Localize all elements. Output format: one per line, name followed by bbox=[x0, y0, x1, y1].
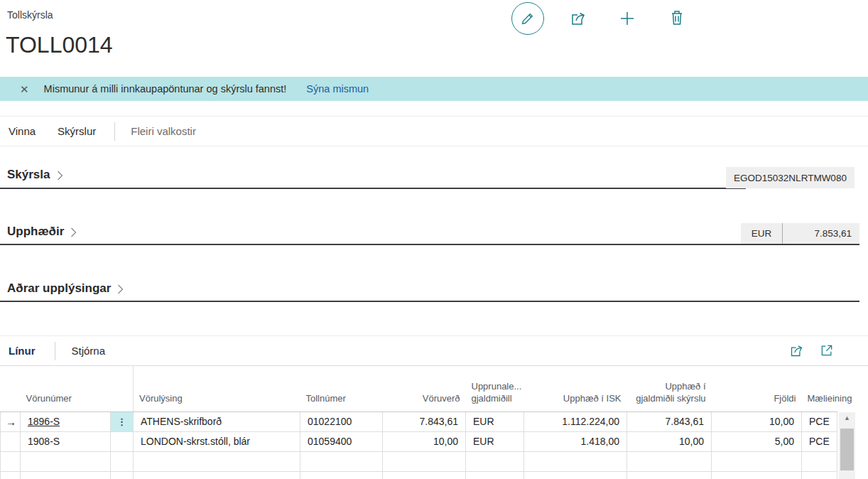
action-menubar: Vinna Skýrslur Fleiri valkostir bbox=[0, 116, 868, 146]
share-icon bbox=[570, 10, 587, 27]
notification-message: Mismunur á milli innkaupapöntunar og ský… bbox=[44, 83, 287, 95]
col-header-vorunumer[interactable]: Vörunúmer bbox=[21, 366, 111, 411]
row-ellipsis-menu-icon[interactable]: ⋮ bbox=[111, 411, 134, 431]
menu-divider bbox=[114, 122, 115, 141]
share-icon[interactable] bbox=[789, 343, 804, 358]
cell-maelieining[interactable]: PCE bbox=[802, 431, 837, 451]
table-row-empty bbox=[1, 471, 837, 479]
cell-upphaed-isk[interactable]: 1.418,00 bbox=[524, 431, 627, 451]
table-scrollbar[interactable]: ▲ bbox=[839, 412, 855, 479]
focus-mode-icon[interactable] bbox=[820, 343, 834, 358]
menu-item-vinna[interactable]: Vinna bbox=[9, 125, 36, 137]
lines-toolbar: Línur Stjórna bbox=[0, 335, 868, 366]
cell-fjoldi[interactable]: 10,00 bbox=[712, 411, 802, 431]
new-button[interactable] bbox=[618, 9, 636, 28]
cell-fjoldi[interactable]: 5,00 bbox=[712, 431, 802, 451]
col-header-tollnumer[interactable]: Tollnúmer bbox=[300, 366, 383, 411]
col-header-voruverd[interactable]: Vöruverð bbox=[383, 366, 466, 411]
edit-button[interactable] bbox=[511, 2, 544, 35]
cell-vorulysing[interactable]: ATHENS-skrifborð bbox=[134, 411, 300, 431]
cell-upphaed-gjaldmidli[interactable]: 10,00 bbox=[627, 431, 712, 451]
share-button[interactable] bbox=[569, 9, 587, 28]
col-header-upphaed-gjaldmidli-skyrslu[interactable]: Upphæð í gjaldmiðli skýrslu bbox=[627, 366, 712, 411]
col-header-maelieining[interactable]: Mælieining bbox=[802, 366, 837, 411]
chevron-right-icon bbox=[57, 171, 63, 181]
table-row: → 1896-S ⋮ ATHENS-skrifborð 01022100 7.8… bbox=[1, 411, 837, 431]
total-amount-field[interactable]: 7.853,61 bbox=[782, 223, 859, 244]
manage-menu[interactable]: Stjórna bbox=[72, 345, 106, 357]
col-header-actions bbox=[111, 366, 134, 411]
currency-code-field[interactable]: EUR bbox=[741, 223, 782, 244]
page-caption: Tollskýrsla bbox=[7, 9, 53, 21]
section-adrar-upplysingar-header[interactable]: Aðrar upplýsingar bbox=[7, 281, 124, 296]
lines-divider bbox=[55, 342, 55, 360]
close-icon[interactable]: ✕ bbox=[20, 84, 29, 95]
cell-vorulysing[interactable]: LONDON-skrst.stóll, blár bbox=[134, 431, 300, 451]
cell-upphaed-isk[interactable]: 1.112.224,00 bbox=[524, 411, 627, 431]
section-skyrsla-divider bbox=[0, 188, 746, 189]
notification-banner: ✕ Mismunur á milli innkaupapöntunar og s… bbox=[0, 77, 868, 101]
col-header-upphaed-isk[interactable]: Upphæð í ISK bbox=[524, 366, 627, 411]
col-header-upprunalegur-gjaldmidill[interactable]: Upprunale... gjaldmiðill bbox=[466, 366, 524, 411]
scrollbar-thumb[interactable] bbox=[840, 429, 854, 470]
lines-title[interactable]: Línur bbox=[9, 345, 36, 357]
cell-voruverd[interactable]: 7.843,61 bbox=[383, 411, 466, 431]
section-upphaedir-header[interactable]: Upphæðir bbox=[7, 225, 77, 239]
cell-gjaldmidill[interactable]: EUR bbox=[466, 431, 524, 451]
lines-table: Vörunúmer Vörulýsing Tollnúmer Vöruverð … bbox=[0, 366, 868, 479]
col-header-vorulysing[interactable]: Vörulýsing bbox=[134, 366, 300, 411]
chevron-right-icon bbox=[70, 227, 77, 237]
row-indicator-header bbox=[1, 366, 21, 411]
table-row: 1908-S LONDON-skrst.stóll, blár 01059400… bbox=[1, 431, 837, 451]
show-difference-link[interactable]: Sýna mismun bbox=[306, 83, 369, 95]
col-header-fjoldi[interactable]: Fjöldi bbox=[712, 366, 802, 411]
more-options-menu[interactable]: Fleiri valkostir bbox=[131, 125, 196, 137]
trash-icon bbox=[669, 9, 685, 26]
section-adrar-upplysingar-title: Aðrar upplýsingar bbox=[7, 281, 111, 296]
menu-item-skyrslur[interactable]: Skýrslur bbox=[58, 125, 96, 137]
scroll-up-icon[interactable]: ▲ bbox=[839, 414, 855, 421]
cell-gjaldmidill[interactable]: EUR bbox=[466, 411, 524, 431]
delete-button[interactable] bbox=[668, 9, 686, 27]
active-row-marker-icon: → bbox=[1, 411, 21, 431]
chevron-right-icon bbox=[117, 284, 124, 294]
plus-icon bbox=[619, 10, 636, 27]
tollskyrsla-page: Tollskýrsla TOLL0014 bbox=[0, 0, 868, 479]
skyrsla-number-field[interactable]: EGOD15032NLRTMW080 bbox=[726, 167, 855, 188]
section-adrar-upplysingar-divider bbox=[0, 301, 859, 302]
cell-vorunumer[interactable]: 1896-S bbox=[28, 416, 60, 427]
cell-maelieining[interactable]: PCE bbox=[802, 411, 837, 431]
page-title: TOLL0014 bbox=[6, 32, 113, 58]
table-row-empty bbox=[1, 451, 837, 471]
section-skyrsla-header[interactable]: Skýrsla bbox=[7, 168, 63, 182]
cell-tollnumer[interactable]: 01059400 bbox=[300, 431, 383, 451]
section-upphaedir-divider bbox=[0, 244, 859, 245]
section-upphaedir-title: Upphæðir bbox=[7, 225, 64, 239]
cell-voruverd[interactable]: 10,00 bbox=[383, 431, 466, 451]
pencil-icon bbox=[520, 11, 536, 26]
section-skyrsla-title: Skýrsla bbox=[7, 168, 50, 182]
table-header-row: Vörunúmer Vörulýsing Tollnúmer Vöruverð … bbox=[1, 366, 837, 411]
cell-vorunumer[interactable]: 1908-S bbox=[21, 431, 111, 451]
cell-upphaed-gjaldmidli[interactable]: 7.843,61 bbox=[627, 411, 712, 431]
cell-tollnumer[interactable]: 01022100 bbox=[300, 411, 383, 431]
